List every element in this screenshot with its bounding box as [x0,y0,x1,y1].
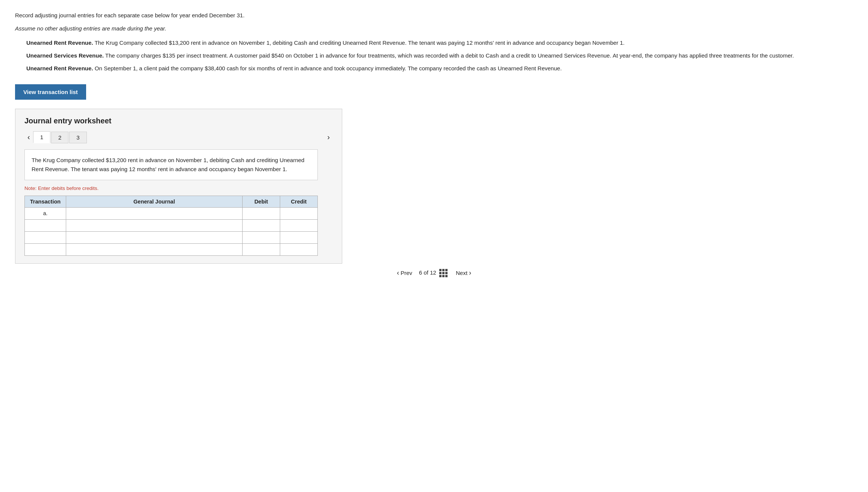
row2-debit[interactable] [243,219,280,231]
next-button[interactable]: Next › [456,269,471,277]
row3-credit-input[interactable] [283,234,314,240]
table-row [25,243,318,255]
tab-2[interactable]: 2 [51,132,68,143]
case-c-bold: Unearned Rent Revenue. [26,65,93,71]
row2-journal-input[interactable] [69,222,239,228]
of-label: of [423,269,430,275]
tab-3[interactable]: 3 [69,132,86,143]
table-row [25,231,318,243]
row2-debit-input[interactable] [246,222,277,228]
assumption-text: Assume no other adjusting entries are ma… [15,25,853,32]
case-c-text: On September 1, a client paid the compan… [93,65,562,71]
prev-label: Prev [401,270,412,276]
row1-debit-input[interactable] [246,210,277,216]
next-label: Next [456,270,467,276]
row3-credit[interactable] [280,231,318,243]
table-row: a. [25,207,318,219]
row3-journal[interactable] [66,231,243,243]
page-info: 6 of 12 [419,269,449,277]
worksheet-title: Journal entry worksheet [24,117,333,125]
chevron-right-icon: › [469,269,471,277]
row1-journal[interactable] [66,207,243,219]
header-credit: Credit [280,196,318,207]
row1-debit[interactable] [243,207,280,219]
case-b: Unearned Services Revenue. The company c… [26,51,853,60]
header-debit: Debit [243,196,280,207]
prev-button[interactable]: ‹ Prev [397,269,412,277]
case-a-bold: Unearned Rent Revenue. [26,39,93,46]
row4-transaction [25,243,66,255]
row4-credit[interactable] [280,243,318,255]
row3-transaction [25,231,66,243]
row2-transaction [25,219,66,231]
chevron-left-icon: ‹ [397,269,399,277]
bottom-navigation: ‹ Prev 6 of 12 Next › [15,264,853,277]
row1-credit-input[interactable] [283,210,314,216]
row1-credit[interactable] [280,207,318,219]
row1-journal-input[interactable] [69,210,239,216]
note-text: Note: Enter debits before credits. [24,185,333,191]
row2-journal[interactable] [66,219,243,231]
case-list: Unearned Rent Revenue. The Krug Company … [26,38,853,73]
row2-credit-input[interactable] [283,222,314,228]
row4-journal-input[interactable] [69,246,239,252]
instruction-text: Record adjusting journal entries for eac… [15,11,853,20]
case-a: Unearned Rent Revenue. The Krug Company … [26,38,853,47]
row3-journal-input[interactable] [69,234,239,240]
description-box: The Krug Company collected $13,200 rent … [24,149,318,180]
row3-debit-input[interactable] [246,234,277,240]
row2-credit[interactable] [280,219,318,231]
worksheet-container: Journal entry worksheet ‹ 1 2 3 › The Kr… [15,109,342,264]
case-b-text: The company charges $135 per insect trea… [104,52,794,59]
table-row [25,219,318,231]
case-c: Unearned Rent Revenue. On September 1, a… [26,64,853,73]
row1-transaction: a. [25,207,66,219]
journal-table: Transaction General Journal Debit Credit… [24,196,318,256]
row3-debit[interactable] [243,231,280,243]
grid-icon[interactable] [439,269,448,277]
current-page: 6 [419,269,422,275]
tab-1[interactable]: 1 [33,131,50,143]
tabs-list: 1 2 3 [33,131,88,143]
row4-debit-input[interactable] [246,246,277,252]
header-transaction: Transaction [25,196,66,207]
tab-prev-button[interactable]: ‹ [24,131,33,143]
total-pages: 12 [430,269,436,275]
row4-journal[interactable] [66,243,243,255]
row4-credit-input[interactable] [283,246,314,252]
tabs-row: ‹ 1 2 3 › [24,131,333,143]
case-a-text: The Krug Company collected $13,200 rent … [93,39,625,46]
header-general-journal: General Journal [66,196,243,207]
view-transaction-button[interactable]: View transaction list [15,84,86,100]
tab-next-button[interactable]: › [324,131,333,143]
case-b-bold: Unearned Services Revenue. [26,52,104,59]
row4-debit[interactable] [243,243,280,255]
